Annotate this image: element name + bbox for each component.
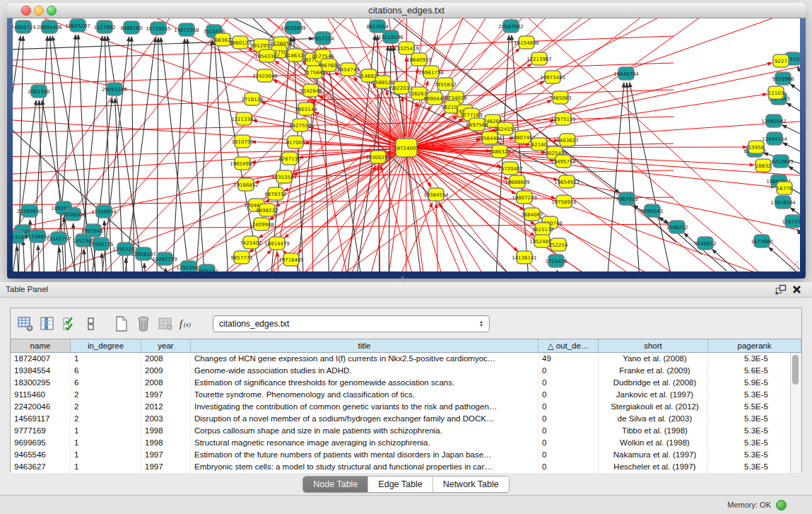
graph-node[interactable]: 9463627 (556, 134, 578, 146)
graph-node[interactable]: 12353584 (271, 170, 297, 183)
graph-node[interactable]: 16648784 (613, 67, 639, 80)
graph-node[interactable]: 917003 (286, 136, 305, 148)
column-header-out_degree[interactable]: △ out_de… (539, 339, 599, 353)
graph-node[interactable]: 19756928 (551, 195, 577, 208)
graph-node[interactable]: 3624554 (494, 122, 517, 135)
column-header-name[interactable]: name (11, 339, 71, 353)
delete-column-button[interactable] (134, 315, 153, 333)
row-height-button[interactable] (82, 315, 100, 333)
scrollbar-thumb[interactable] (792, 355, 799, 385)
table-row[interactable]: 2242004622012Investigating the contribut… (11, 401, 801, 413)
table-scrollbar[interactable] (790, 353, 801, 473)
graph-node[interactable]: 1677680 (751, 235, 772, 247)
graph-node[interactable]: 12103 (768, 86, 784, 99)
tab-node-table[interactable]: Node Table (303, 477, 368, 492)
table-row[interactable]: 1872400712008Changes of HCN gene express… (11, 353, 801, 365)
graph-node[interactable]: 16776 (777, 182, 793, 194)
graph-node[interactable]: 16632 (755, 159, 771, 172)
graph-node[interactable]: 10688609 (505, 175, 530, 188)
canvas-resize-grip[interactable] (789, 261, 799, 270)
graph-node[interactable]: 24055724 (13, 21, 36, 33)
table-row[interactable]: 969969511998Structural magnetic resonanc… (11, 437, 801, 449)
graph-node[interactable]: 16210643 (768, 155, 794, 168)
graph-node[interactable]: 2061350 (28, 85, 49, 98)
graph-node[interactable]: 19716485 (278, 253, 304, 266)
graph-node[interactable]: 9227 (773, 54, 789, 67)
table-row[interactable]: 946362711997Embryonic stem cells: a mode… (11, 461, 801, 473)
graph-node[interactable]: 7425402 (240, 236, 261, 249)
column-header-in_degree[interactable]: in_degree (71, 339, 141, 353)
graph-node[interactable]: 9860123 (229, 36, 251, 49)
graph-node[interactable]: 16961758 (418, 66, 444, 78)
graph-node[interactable]: 2718126 (241, 93, 264, 105)
memory-status-indicator[interactable] (776, 500, 787, 510)
graph-node[interactable]: 1527602 (93, 21, 115, 33)
close-panel-button[interactable] (792, 284, 805, 296)
graph-node[interactable]: 9094541 (641, 204, 663, 217)
delete-table-button[interactable] (156, 315, 175, 333)
graph-node[interactable]: 8454749 (337, 63, 359, 76)
graph-node[interactable]: 19166852 (233, 178, 259, 191)
graph-node[interactable]: 7486322 (488, 145, 510, 158)
graph-node[interactable]: 16154808 (514, 36, 539, 49)
graph-node[interactable]: 9990448 (423, 92, 445, 105)
graph-node[interactable]: 19384554 (423, 188, 449, 201)
graph-node[interactable]: 7955812 (434, 78, 456, 90)
network-canvas[interactable]: 2405572420691406106552871527602846616010… (13, 18, 800, 271)
graph-node[interactable]: 3175685 (303, 66, 325, 78)
table-row[interactable]: 911546021997Tourette syndrome. Phenomeno… (11, 389, 801, 401)
graph-node[interactable]: 9242848 (300, 84, 322, 97)
column-visibility-button[interactable] (38, 315, 57, 333)
graph-node[interactable]: 12213967 (526, 52, 552, 65)
graph-node[interactable]: 6497568 (466, 118, 488, 131)
table-row[interactable]: 1456911722003Disruption of a novel membe… (11, 413, 801, 425)
create-column-button[interactable] (112, 315, 131, 333)
column-header-pagerank[interactable]: pagerank (708, 339, 801, 353)
table-mode-button[interactable] (16, 315, 35, 333)
graph-node[interactable]: 8878332 (264, 187, 286, 200)
tab-edge-table[interactable]: Edge Table (368, 477, 433, 492)
graph-node[interactable]: 20691406 (37, 21, 62, 33)
graph-node[interactable]: 16914479 (264, 237, 290, 250)
graph-node[interactable]: 15958 (748, 141, 764, 153)
graph-node[interactable]: 12213363 (231, 112, 257, 125)
table-row[interactable]: 946554611997Estimation of the future num… (11, 449, 801, 461)
table-row[interactable]: 1830029562008Estimation of significance … (11, 377, 801, 389)
graph-node[interactable]: 62160 (531, 138, 547, 151)
tab-network-table[interactable]: Network Table (433, 477, 509, 492)
column-header-year[interactable]: year (141, 339, 191, 353)
graph-node[interactable]: 3046212 (666, 221, 688, 233)
graph-node[interactable]: 252254 (549, 238, 568, 251)
graph-node[interactable]: 8427552 (289, 119, 311, 132)
graph-node[interactable]: 8466160 (120, 21, 142, 34)
graph-node[interactable]: 7485063 (549, 91, 571, 104)
selection-mode-button[interactable] (60, 315, 78, 333)
graph-node[interactable]: 9329966 (772, 72, 794, 85)
graph-node[interactable]: 3684067 (521, 208, 543, 221)
graph-node[interactable]: 1810755 (231, 135, 253, 148)
float-panel-button[interactable] (775, 284, 788, 296)
graph-node[interactable]: 1167533 (782, 215, 800, 228)
column-header-title[interactable]: title (191, 339, 539, 353)
graph-node[interactable]: 1615132 (531, 223, 553, 235)
graph-node[interactable]: 9857771 (230, 251, 252, 264)
window-titlebar[interactable]: citations_edges.txt (7, 3, 806, 18)
graph-node[interactable]: 9498222 (256, 204, 278, 216)
graph-node[interactable]: 19654923 (554, 175, 579, 188)
graph-node[interactable]: 9245012 (694, 237, 716, 250)
table-row[interactable]: 977716911998Corpus callosum shape and si… (11, 425, 801, 437)
graph-node[interactable]: 14671358 (174, 23, 199, 36)
graph-node[interactable]: 17016504 (770, 196, 796, 209)
table-selector-dropdown[interactable]: citations_edges.txt ▲▼ (213, 315, 490, 332)
graph-node[interactable]: 7067919 (616, 192, 637, 205)
graph-node[interactable]: 16033809 (281, 21, 306, 34)
column-header-short[interactable]: short (599, 339, 708, 353)
graph-node[interactable]: 10719155 (146, 22, 171, 35)
graph-node[interactable]: 10655287 (65, 19, 90, 32)
graph-node[interactable]: 18724007 (394, 139, 419, 157)
graph-node[interactable]: 8267130 (278, 152, 300, 165)
graph-node[interactable]: 14136141 (512, 251, 537, 264)
graph-node[interactable]: 1753426 (545, 255, 567, 267)
table-row[interactable]: 1938455462009Genome-wide association stu… (11, 365, 801, 377)
function-builder-button[interactable]: f (x) (178, 315, 196, 333)
